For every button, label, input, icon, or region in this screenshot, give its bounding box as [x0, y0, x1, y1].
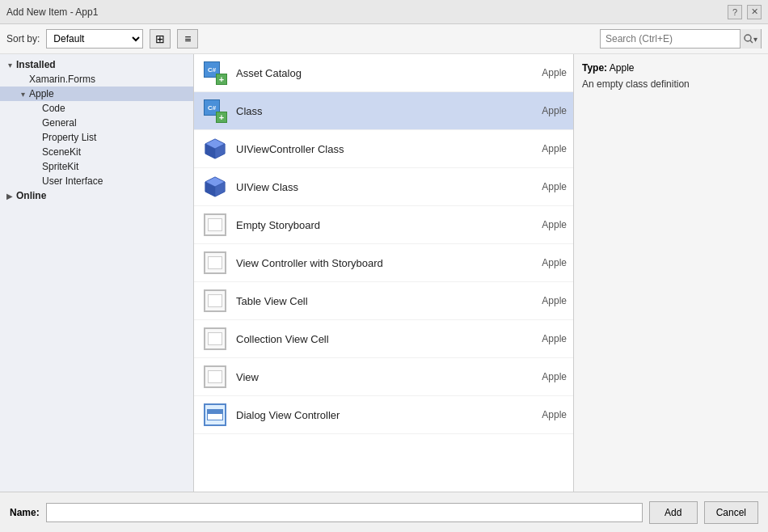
item-icon-8 — [200, 324, 230, 353]
right-panel-description: An empty class definition — [582, 78, 760, 90]
item-name-3: UIViewController Class — [236, 143, 535, 155]
tree-label-user-interface: User Interface — [42, 175, 103, 187]
svg-point-0 — [745, 35, 751, 41]
list-item-10[interactable]: Dialog View ControllerApple — [194, 396, 573, 434]
cancel-button[interactable]: Cancel — [704, 501, 758, 524]
tree-label-spritekit: SpriteKit — [42, 161, 78, 172]
tree-label-installed: Installed — [16, 59, 56, 70]
tree-label-property-list: Property List — [42, 132, 96, 143]
tree-label-apple: Apple — [29, 88, 54, 99]
sort-select[interactable]: Default Name Type — [46, 29, 143, 49]
tree-label-online: Online — [16, 190, 46, 201]
sidebar-item-property-list[interactable]: Property List — [0, 130, 193, 145]
item-type-3: Apple — [542, 143, 567, 154]
item-icon-4 — [200, 172, 230, 201]
item-icon-7 — [200, 286, 230, 315]
sort-label: Sort by: — [6, 33, 40, 44]
grid-view-button[interactable]: ⊞ — [150, 29, 171, 49]
item-icon-2: C# + — [200, 96, 230, 125]
item-icon-3 — [200, 134, 230, 163]
item-name-2: Class — [236, 105, 535, 117]
bottom-bar: Name: Add Cancel — [0, 492, 768, 532]
item-icon-9 — [200, 362, 230, 391]
item-type-8: Apple — [542, 333, 567, 344]
title-bar: Add New Item - App1 ? ✕ — [0, 0, 768, 24]
list-item-2[interactable]: C# + ClassApple — [194, 92, 573, 130]
right-panel-type-row: Type: Apple — [582, 62, 760, 74]
item-type-2: Apple — [542, 105, 567, 116]
type-value: Apple — [610, 62, 635, 74]
toolbar: Sort by: Default Name Type ⊞ ≡ ▾ — [0, 24, 768, 54]
tree-label-general: General — [42, 117, 77, 129]
tree-label-scenekit: SceneKit — [42, 146, 81, 158]
sidebar: ▾InstalledXamarin.Forms▾AppleCodeGeneral… — [0, 54, 194, 492]
sidebar-item-apple[interactable]: ▾Apple — [0, 87, 193, 101]
item-name-1: Asset Catalog — [236, 67, 535, 79]
item-name-5: Empty Storyboard — [236, 219, 535, 231]
tree-arrow-apple: ▾ — [16, 90, 29, 99]
sidebar-item-online[interactable]: ▶Online — [0, 188, 193, 203]
item-name-6: View Controller with Storyboard — [236, 257, 535, 269]
list-item-1[interactable]: C# + Asset CatalogApple — [194, 54, 573, 92]
item-icon-6 — [200, 248, 230, 277]
list-item-6[interactable]: View Controller with StoryboardApple — [194, 244, 573, 282]
sidebar-item-code[interactable]: Code — [0, 101, 193, 116]
item-type-4: Apple — [542, 181, 567, 192]
list-item-9[interactable]: ViewApple — [194, 358, 573, 396]
help-button[interactable]: ? — [728, 5, 742, 19]
list-item-4[interactable]: UIView ClassApple — [194, 168, 573, 206]
svg-line-1 — [750, 40, 753, 43]
search-input[interactable] — [601, 30, 740, 48]
list-item-7[interactable]: Table View CellApple — [194, 282, 573, 320]
item-type-10: Apple — [542, 409, 567, 420]
list-item-8[interactable]: Collection View CellApple — [194, 320, 573, 358]
right-panel: Type: Apple An empty class definition — [574, 54, 768, 492]
item-icon-10 — [200, 400, 230, 429]
search-icon-button[interactable]: ▾ — [740, 29, 761, 49]
item-type-6: Apple — [542, 257, 567, 268]
search-box: ▾ — [600, 29, 762, 49]
sidebar-item-spritekit[interactable]: SpriteKit — [0, 159, 193, 174]
item-type-1: Apple — [542, 67, 567, 78]
item-list: C# + Asset CatalogApple C# + ClassApple … — [194, 54, 574, 492]
content-area: ▾InstalledXamarin.Forms▾AppleCodeGeneral… — [0, 54, 768, 492]
item-icon-5 — [200, 210, 230, 239]
dialog-body: Sort by: Default Name Type ⊞ ≡ ▾ ▾Instal… — [0, 24, 768, 532]
item-type-9: Apple — [542, 371, 567, 382]
sidebar-item-general[interactable]: General — [0, 116, 193, 130]
sidebar-item-installed[interactable]: ▾Installed — [0, 57, 193, 72]
item-name-9: View — [236, 371, 535, 383]
tree-label-code: Code — [42, 103, 65, 114]
name-input[interactable] — [46, 503, 643, 522]
tree-arrow-installed: ▾ — [3, 61, 16, 70]
type-label: Type: — [582, 62, 607, 74]
sidebar-item-scenekit[interactable]: SceneKit — [0, 145, 193, 159]
name-label: Name: — [10, 507, 40, 518]
close-button[interactable]: ✕ — [747, 5, 762, 19]
title-bar-controls: ? ✕ — [728, 5, 762, 19]
list-item-3[interactable]: UIViewController ClassApple — [194, 130, 573, 168]
item-name-7: Table View Cell — [236, 295, 535, 307]
item-name-8: Collection View Cell — [236, 333, 535, 345]
item-name-10: Dialog View Controller — [236, 409, 535, 421]
tree-label-xamarin-forms: Xamarin.Forms — [29, 74, 95, 85]
item-type-5: Apple — [542, 219, 567, 230]
tree-arrow-online: ▶ — [3, 192, 16, 201]
item-type-7: Apple — [542, 295, 567, 306]
add-button[interactable]: Add — [649, 501, 698, 524]
item-name-4: UIView Class — [236, 181, 535, 193]
list-item-5[interactable]: Empty StoryboardApple — [194, 206, 573, 244]
title-bar-text: Add New Item - App1 — [6, 6, 98, 18]
list-view-button[interactable]: ≡ — [177, 29, 198, 49]
sidebar-item-xamarin-forms[interactable]: Xamarin.Forms — [0, 72, 193, 87]
sidebar-item-user-interface[interactable]: User Interface — [0, 174, 193, 188]
search-icon — [744, 34, 753, 44]
item-icon-1: C# + — [200, 58, 230, 87]
